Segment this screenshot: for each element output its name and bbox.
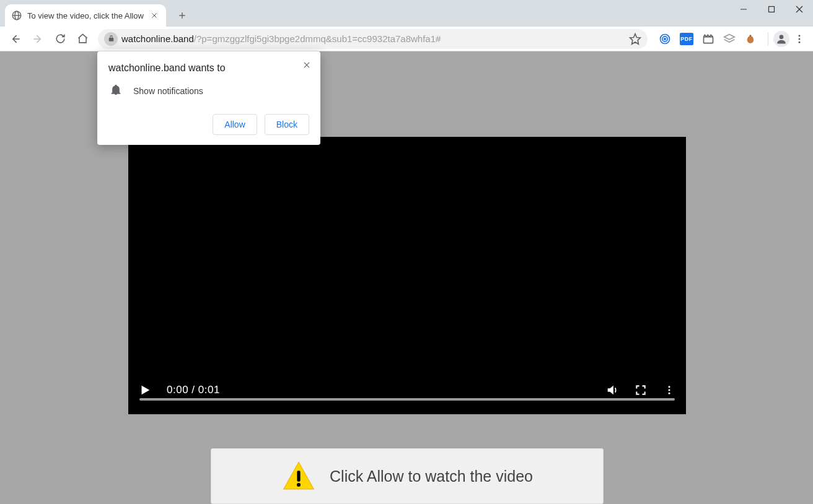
block-button[interactable]: Block [265,114,309,135]
video-menu-icon[interactable] [662,383,676,397]
popup-title: watchonline.band wants to [108,63,309,74]
svg-point-20 [780,35,784,39]
play-icon[interactable] [138,383,152,397]
banner-message: Click Allow to watch the video [330,467,533,485]
svg-point-26 [669,389,670,391]
tab-strip: To view the video, click the Allow [0,0,813,27]
extension-bag-icon[interactable] [744,33,757,45]
window-controls [729,0,813,19]
tab-title: To view the video, click the Allow [27,11,144,20]
svg-point-25 [669,386,670,388]
window-close-button[interactable] [785,0,813,19]
extension-clapper-icon[interactable] [702,33,714,45]
reload-button[interactable] [50,28,71,50]
url-path: /?p=gmzggzlfgi5gi3bpge2dmmq&sub1=cc9932t… [194,33,441,44]
svg-point-23 [799,41,801,43]
svg-rect-17 [704,37,713,43]
url-host: watchonline.band [121,33,194,44]
allow-button[interactable]: Allow [213,114,257,135]
svg-marker-18 [724,34,735,39]
forward-button[interactable] [27,28,48,50]
allow-banner: Click Allow to watch the video [211,448,604,504]
svg-marker-13 [630,33,641,44]
svg-marker-24 [142,386,150,395]
browser-tab[interactable]: To view the video, click the Allow [5,4,166,27]
bell-icon [110,84,122,98]
tab-close-icon[interactable] [149,10,160,21]
extension-swirl-icon[interactable] [659,33,671,45]
svg-rect-8 [768,7,774,12]
globe-icon [11,10,22,21]
url-text: watchonline.band/?p=gmzggzlfgi5gi3bpge2d… [121,33,625,44]
lock-icon[interactable] [104,32,118,46]
video-progress-bar[interactable] [139,398,675,401]
browser-menu-button[interactable] [791,30,808,48]
address-bar[interactable]: watchonline.band/?p=gmzggzlfgi5gi3bpge2d… [98,29,648,49]
svg-point-22 [799,38,801,40]
svg-point-16 [664,38,666,40]
extensions-row: PDF [659,33,757,45]
notification-permission-popup: watchonline.band wants to Show notificat… [97,51,320,145]
fullscreen-icon[interactable] [634,383,648,397]
volume-icon[interactable] [605,383,619,397]
svg-point-30 [297,483,301,487]
video-player[interactable]: 0:00 / 0:01 [128,137,686,414]
warning-icon [281,459,316,493]
extension-pdf-icon[interactable]: PDF [680,33,693,45]
svg-point-27 [669,393,670,394]
permission-request-text: Show notifications [133,86,203,96]
popup-close-button[interactable] [299,58,314,72]
toolbar-divider [768,32,768,46]
svg-point-19 [750,35,751,36]
back-button[interactable] [5,28,26,50]
new-tab-button[interactable] [172,6,192,25]
svg-point-21 [799,35,801,37]
window-maximize-button[interactable] [757,0,785,19]
extension-layers-icon[interactable] [723,33,736,45]
svg-rect-29 [297,471,300,482]
video-controls: 0:00 / 0:01 [128,372,686,408]
browser-toolbar: watchonline.band/?p=gmzggzlfgi5gi3bpge2d… [0,27,813,51]
home-button[interactable] [72,28,93,50]
video-time: 0:00 / 0:01 [167,384,220,396]
bookmark-star-icon[interactable] [629,33,641,45]
profile-avatar[interactable] [773,31,789,47]
window-minimize-button[interactable] [729,0,757,19]
pdf-label: PDF [680,36,693,42]
